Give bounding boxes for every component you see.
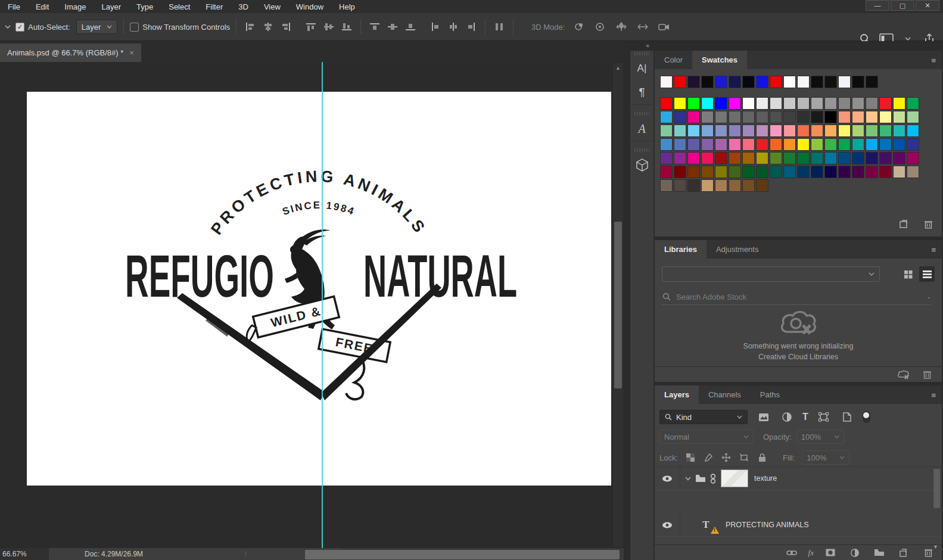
3d-slide-icon[interactable] [635, 19, 651, 35]
swatch[interactable] [907, 125, 919, 137]
menu-file[interactable]: File [0, 2, 28, 11]
swatch[interactable] [674, 97, 686, 110]
menu-select[interactable]: Select [161, 2, 198, 11]
swatch[interactable] [701, 97, 714, 110]
status-chevron-icon[interactable]: 〉 [244, 550, 250, 558]
menu-layer[interactable]: Layer [94, 2, 129, 11]
group-expand-chevron-icon[interactable] [685, 477, 691, 481]
swatch[interactable] [824, 76, 837, 88]
swatch[interactable] [866, 97, 878, 110]
swatch[interactable] [660, 179, 673, 192]
swatch[interactable] [893, 97, 905, 110]
menu-view[interactable]: View [256, 2, 288, 11]
swatch[interactable] [770, 111, 782, 123]
lock-position-icon[interactable] [721, 450, 732, 465]
swatch[interactable] [811, 152, 823, 164]
swatch[interactable] [824, 111, 837, 123]
tab-channels[interactable]: Channels [699, 385, 751, 404]
filter-pixel-layers-icon[interactable] [756, 409, 771, 425]
swatch[interactable] [770, 76, 782, 88]
swatch[interactable] [729, 152, 741, 164]
swatch[interactable] [783, 152, 796, 164]
swatch[interactable] [756, 76, 768, 88]
texture-thumbnail[interactable] [721, 469, 748, 487]
swatch[interactable] [715, 76, 727, 88]
3d-pan-icon[interactable] [614, 19, 629, 35]
swatch[interactable] [660, 76, 673, 88]
align-left-edges-icon[interactable] [242, 19, 258, 35]
align-bottom-edges-icon[interactable] [339, 19, 354, 35]
swatch[interactable] [756, 138, 768, 151]
swatch[interactable] [824, 97, 837, 110]
swatch[interactable] [715, 179, 727, 192]
swatch[interactable] [852, 138, 864, 151]
canvas-vertical-scrollbar[interactable]: ▲ [613, 63, 623, 547]
swatch[interactable] [701, 111, 714, 123]
swatch[interactable] [742, 111, 755, 123]
auto-select-checkbox[interactable]: ✓ [15, 23, 24, 32]
lock-transparent-pixels-icon[interactable] [685, 450, 696, 465]
collapse-panels-icon[interactable]: « [646, 42, 649, 49]
document-tab-close-icon[interactable]: × [129, 48, 134, 57]
swatch[interactable] [879, 111, 892, 123]
swatch[interactable] [838, 76, 851, 88]
filter-shape-layers-icon[interactable] [816, 409, 832, 425]
new-adjustment-layer-icon[interactable] [847, 545, 863, 560]
delete-library-item-icon[interactable] [919, 367, 935, 382]
auto-select-dropdown[interactable]: Layer [76, 20, 118, 34]
swatch[interactable] [660, 138, 673, 151]
blend-mode-dropdown[interactable]: Normal [659, 430, 754, 444]
swatch[interactable] [674, 152, 686, 164]
swatch[interactable] [674, 125, 686, 137]
swatch[interactable] [770, 125, 782, 137]
swatch[interactable] [715, 152, 727, 164]
tab-paths[interactable]: Paths [751, 385, 789, 404]
swatch[interactable] [729, 125, 741, 137]
swatch[interactable] [687, 179, 700, 192]
swatch[interactable] [674, 76, 686, 88]
swatch[interactable] [687, 111, 700, 123]
minimize-button[interactable]: — [866, 0, 889, 11]
delete-layer-icon[interactable] [920, 545, 936, 560]
link-layers-icon[interactable] [784, 545, 799, 560]
swatch[interactable] [770, 166, 782, 178]
visibility-toggle[interactable] [655, 467, 680, 490]
swatch[interactable] [907, 111, 919, 123]
swatch[interactable] [838, 138, 851, 151]
document-tab[interactable]: Animals.psd @ 66.7% (RGB/8#) * × [0, 43, 141, 62]
filter-type-layers-icon[interactable]: T [802, 412, 808, 422]
delete-swatch-icon[interactable] [920, 216, 936, 232]
distribute-left-edges-icon[interactable] [428, 19, 443, 35]
distribute-right-edges-icon[interactable] [463, 19, 479, 35]
swatch[interactable] [852, 111, 864, 123]
swatch[interactable] [674, 179, 686, 192]
swatch[interactable] [674, 138, 686, 151]
swatch[interactable] [729, 111, 741, 123]
lock-artboard-icon[interactable] [739, 450, 749, 465]
swatch[interactable] [701, 179, 714, 192]
swatch[interactable] [893, 166, 905, 178]
show-transform-checkbox[interactable] [130, 23, 139, 32]
swatch[interactable] [824, 138, 837, 151]
zoom-level[interactable]: 66.67% [0, 548, 49, 560]
swatch[interactable] [811, 166, 823, 178]
swatch[interactable] [729, 179, 741, 192]
swatch[interactable] [824, 166, 837, 178]
swatch[interactable] [742, 166, 755, 178]
swatch[interactable] [715, 111, 727, 123]
swatch[interactable] [783, 97, 796, 110]
swatch[interactable] [783, 111, 796, 123]
swatch[interactable] [715, 138, 727, 151]
visibility-toggle[interactable] [655, 514, 680, 536]
swatch[interactable] [660, 125, 673, 137]
new-layer-icon[interactable] [896, 545, 911, 560]
swatch[interactable] [893, 152, 905, 164]
list-view-icon[interactable] [919, 266, 935, 282]
layer-list-scrollbar[interactable]: ▼ [933, 468, 941, 542]
swatch[interactable] [879, 97, 892, 110]
swatch[interactable] [907, 138, 919, 151]
swatch[interactable] [824, 152, 837, 164]
swatch[interactable] [879, 152, 892, 164]
swatch[interactable] [687, 166, 700, 178]
distribute-top-edges-icon[interactable] [367, 19, 382, 35]
